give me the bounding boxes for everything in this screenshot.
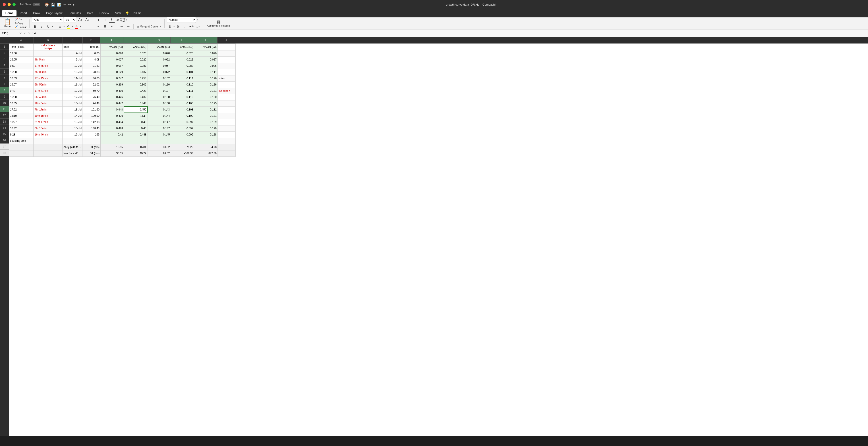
close-button[interactable] — [3, 3, 6, 6]
cell-j6[interactable]: notes: — [218, 75, 236, 82]
menu-home[interactable]: Home — [2, 10, 17, 16]
cell-j17[interactable] — [218, 144, 236, 150]
italic-button[interactable]: I — [39, 24, 45, 29]
cell-j9[interactable] — [218, 94, 236, 100]
font-grow-button[interactable]: A↑ — [77, 17, 84, 23]
row-header-2[interactable]: 2 — [0, 50, 9, 56]
row-header-15[interactable]: 15 — [0, 131, 9, 137]
home-icon[interactable]: 🏠 — [44, 2, 49, 7]
cell-e1[interactable]: VA001 (A1) — [101, 44, 124, 51]
cell-i2[interactable]: 0.020 — [194, 50, 218, 57]
cell-d10[interactable]: 94.48 — [83, 100, 101, 107]
col-header-h[interactable]: H — [170, 37, 194, 43]
currency-button[interactable]: $ — [167, 24, 173, 29]
minimize-button[interactable] — [8, 3, 11, 6]
merge-center-button[interactable]: ⊟ Merge & Center ▾ — [135, 24, 162, 29]
cell-f9[interactable]: 0.432 — [124, 94, 148, 100]
cell-c18[interactable]: late (past 45 hrs) — [63, 150, 83, 156]
cell-j1[interactable] — [218, 44, 236, 51]
fill-chevron[interactable]: ▾ — [72, 25, 73, 28]
cell-c1[interactable]: date — [63, 44, 83, 51]
cell-b10[interactable]: 18hr 5min — [34, 100, 63, 107]
borders-chevron[interactable]: ▾ — [64, 25, 65, 28]
cell-d11[interactable]: 101.60 — [83, 107, 101, 113]
cell-c13[interactable]: 15-Jul — [63, 119, 83, 125]
cell-j18[interactable] — [218, 150, 236, 156]
cell-i6[interactable]: 0.126 — [194, 75, 218, 82]
cell-d4[interactable]: 21.83 — [83, 63, 101, 69]
cell-c17[interactable]: early (24h to 65h) — [63, 144, 83, 150]
row-header-13[interactable]: 13 — [0, 119, 9, 125]
cell-f18[interactable]: 40.77 — [124, 150, 148, 156]
cell-i4[interactable]: 0.086 — [194, 63, 218, 69]
cell-d8[interactable]: 69.70 — [83, 88, 101, 94]
cell-g14[interactable]: 0.147 — [148, 125, 171, 131]
col-header-g[interactable]: G — [147, 37, 170, 43]
cell-e6[interactable]: 0.247 — [101, 75, 124, 82]
cell-b13[interactable]: 21hr 17min — [34, 119, 63, 125]
cell-d12[interactable]: 120.90 — [83, 113, 101, 119]
cell-e13[interactable]: 0.434 — [101, 119, 124, 125]
cell-e9[interactable]: 0.426 — [101, 94, 124, 100]
cell-c2[interactable]: 9-Jul — [63, 50, 83, 57]
font-family-select[interactable]: Arial — [32, 17, 63, 23]
menu-page-layout[interactable]: Page Layout — [43, 10, 66, 16]
col-header-d[interactable]: D — [83, 37, 100, 43]
cell-g17[interactable]: 31.82 — [148, 144, 171, 150]
menu-tell-me[interactable]: Tell me — [129, 10, 145, 16]
cell-h17[interactable]: 71.22 — [171, 144, 194, 150]
decrease-indent-button[interactable]: ⇤ — [119, 24, 125, 29]
cell-h3[interactable]: 0.022 — [171, 57, 194, 63]
cell-h18[interactable]: -588.33 — [171, 150, 194, 156]
cell-a15[interactable]: 9:28 — [9, 131, 34, 138]
undo-icon[interactable]: ↩ — [63, 2, 66, 7]
cell-i18[interactable]: 672.39 — [194, 150, 218, 156]
cell-h7[interactable]: 0.110 — [171, 82, 194, 88]
cell-a1[interactable]: Time (clock) — [9, 44, 34, 51]
align-right-button[interactable]: ≡ — [108, 24, 115, 29]
font-color-chevron[interactable]: ▾ — [80, 25, 81, 28]
cell-g7[interactable]: 0.110 — [148, 82, 171, 88]
cell-c9[interactable]: 12-Jul — [63, 94, 83, 100]
cell-i13[interactable]: 0.129 — [194, 119, 218, 125]
cell-d7[interactable]: 52.02 — [83, 82, 101, 88]
cell-j8[interactable]: the delta h — [218, 88, 236, 94]
cell-f7[interactable]: 0.302 — [124, 82, 148, 88]
cell-b7[interactable]: 5hr 56min — [34, 82, 63, 88]
cell-h6[interactable]: 0.114 — [171, 75, 194, 82]
cell-c4[interactable]: 10-Jul — [63, 63, 83, 69]
cell-j10[interactable] — [218, 100, 236, 107]
col-header-j[interactable]: J — [217, 37, 235, 43]
cell-a18[interactable] — [9, 150, 34, 156]
edit-icon[interactable]: 📝 — [57, 2, 62, 7]
cell-h15[interactable]: 0.095 — [171, 131, 194, 138]
menu-data[interactable]: Data — [84, 10, 96, 16]
cell-e16[interactable] — [101, 138, 124, 144]
bold-button[interactable]: B — [32, 24, 38, 29]
cell-f11[interactable]: 0.450 — [124, 107, 148, 113]
cell-h8[interactable]: 0.111 — [171, 88, 194, 94]
borders-button[interactable]: ⊞ — [57, 24, 63, 29]
cell-b1[interactable]: delta hoursbw tps — [34, 44, 63, 51]
col-header-c[interactable]: C — [62, 37, 83, 43]
cell-i14[interactable]: 0.129 — [194, 125, 218, 131]
row-header-17[interactable]: 17 — [0, 144, 9, 150]
data-grid[interactable]: Time (clock) delta hoursbw tps date Time… — [9, 43, 868, 436]
cell-j12[interactable] — [218, 113, 236, 119]
cell-d9[interactable]: 76.40 — [83, 94, 101, 100]
wrap-chevron[interactable]: ▾ — [126, 19, 127, 21]
decrease-decimal-button[interactable]: .0→ — [195, 24, 202, 29]
cell-e11[interactable]: 0.448 — [101, 107, 124, 113]
row-header-3[interactable]: 3 — [0, 56, 9, 62]
cell-e12[interactable]: 0.436 — [101, 113, 124, 119]
col-header-e[interactable]: E — [100, 37, 124, 43]
align-center-button[interactable]: ☰ — [102, 24, 108, 29]
cell-h4[interactable]: 0.082 — [171, 63, 194, 69]
cell-a13[interactable]: 10:27 — [9, 119, 34, 125]
cell-j16[interactable] — [218, 138, 236, 144]
row-header-9[interactable]: 9 — [0, 93, 9, 100]
cell-g12[interactable]: 0.144 — [148, 113, 171, 119]
cell-g3[interactable]: 0.022 — [148, 57, 171, 63]
cell-d5[interactable]: 28.83 — [83, 69, 101, 75]
cell-h14[interactable]: 0.097 — [171, 125, 194, 131]
